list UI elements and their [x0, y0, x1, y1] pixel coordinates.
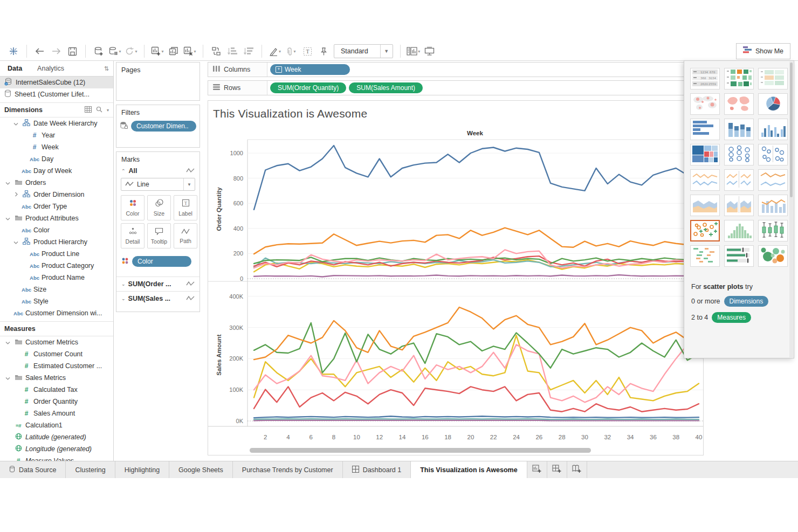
duplicate-sheet-button[interactable] [166, 44, 182, 58]
sort-fields-icon[interactable]: ⇅ [104, 65, 109, 72]
showme-discrete-area-thumbnail[interactable] [724, 195, 754, 216]
new-story-button[interactable] [567, 461, 587, 478]
field-item[interactable]: #Sales Amount [0, 407, 113, 419]
size-mark-button[interactable]: Size [147, 195, 171, 220]
marks-sum-order-section[interactable]: ⌄ SUM(Order ... [116, 277, 200, 291]
field-item[interactable]: Order Dimension [0, 189, 113, 201]
series-red-line[interactable] [254, 386, 699, 411]
chevron-down-icon[interactable]: ▾ [418, 49, 420, 54]
field-item[interactable]: Product Attributes [0, 212, 113, 224]
sheet-tab-clustering[interactable]: Clustering [66, 461, 115, 478]
mark-type-dropdown[interactable]: Line ▼ [121, 178, 195, 191]
new-data-source-button[interactable] [91, 44, 107, 58]
showme-treemap-thumbnail[interactable] [690, 144, 720, 165]
presentation-mode-button[interactable] [422, 44, 438, 58]
field-item[interactable]: AbcCustomer Dimension wi... [0, 307, 113, 319]
sheet-tab-dashboard-1[interactable]: Dashboard 1 [343, 461, 411, 478]
chart-area[interactable]: Week02004006008001000Order Quantity0K100… [208, 101, 703, 455]
rows-pill-1[interactable]: SUM(Sales Amount) [349, 82, 423, 93]
clear-sheet-button[interactable]: ▾ [182, 44, 198, 58]
chevron-down-icon[interactable] [5, 374, 10, 382]
field-item[interactable]: AbcOrder Type [0, 201, 113, 212]
chevron-down-icon[interactable] [5, 338, 10, 346]
field-item[interactable]: Product Hierarchy [0, 236, 113, 248]
showme-stacked-bars-thumbnail[interactable] [724, 119, 754, 140]
rows-shelf[interactable]: Rows SUM(Order Quantity)SUM(Sales Amount… [208, 80, 704, 95]
field-item[interactable]: #Measure Values [0, 455, 113, 461]
color-legend-pill[interactable]: Color [132, 256, 191, 267]
text-label-button[interactable]: T [299, 44, 315, 58]
series-green-line[interactable] [254, 323, 699, 373]
rows-pill-0[interactable]: SUM(Order Quantity) [270, 82, 346, 93]
showme-histogram-thumbnail[interactable] [724, 220, 754, 241]
field-item[interactable]: AbcStyle [0, 295, 113, 307]
fix-axes-button[interactable] [315, 44, 332, 58]
chevron-right-icon[interactable] [15, 191, 18, 198]
field-item[interactable]: AbcProduct Category [0, 260, 113, 272]
showme-horizontal-bars-thumbnail[interactable] [690, 119, 720, 140]
color-mark-button[interactable]: Color [121, 195, 145, 220]
chevron-down-icon[interactable] [13, 238, 18, 246]
chevron-down-icon[interactable] [13, 120, 18, 127]
series-blue-line[interactable] [254, 146, 699, 210]
undo-button[interactable] [32, 44, 48, 58]
series-blue-line[interactable] [254, 416, 699, 418]
showme-symbol-map-thumbnail[interactable] [690, 93, 720, 115]
chevron-down-icon[interactable]: ▼ [380, 45, 393, 58]
showme-discrete-lines-thumbnail[interactable] [724, 169, 754, 191]
chevron-down-icon[interactable]: ▾ [135, 49, 137, 54]
field-item[interactable]: AbcDay of Week [0, 165, 113, 177]
showme-filled-map-thumbnail[interactable] [724, 93, 754, 115]
chevron-down-icon[interactable] [5, 215, 10, 222]
tooltip-mark-button[interactable]: Tooltip [147, 223, 171, 248]
sheet-tab-this-visualization-is-awesome[interactable]: This Visualization is Awesome [411, 461, 527, 478]
chevron-down-icon[interactable] [5, 179, 10, 186]
tab-data[interactable]: Data [0, 61, 30, 76]
field-item[interactable]: #Year [0, 129, 113, 141]
sheet-tab-data-source[interactable]: Data Source [0, 461, 66, 478]
field-item[interactable]: AbcProduct Name [0, 272, 113, 284]
showme-packed-bubbles-thumbnail[interactable] [758, 245, 788, 267]
data-source-item[interactable]: InternetSalesCube (12) [0, 77, 113, 88]
path-mark-button[interactable]: Path [174, 223, 197, 248]
series-orange-line[interactable] [254, 228, 699, 254]
marks-sum-sales-section[interactable]: ⌄ SUM(Sales ... [116, 291, 200, 306]
highlight-button[interactable]: ▾ [267, 44, 283, 58]
marks-all-section[interactable]: ⌃ All [116, 164, 200, 177]
field-item[interactable]: Date Week Hierarchy [0, 118, 113, 129]
save-button[interactable] [64, 44, 80, 58]
detail-mark-button[interactable]: Detail [121, 223, 145, 248]
showme-circle-views-thumbnail[interactable] [724, 144, 754, 165]
chevron-down-icon[interactable]: ▾ [119, 49, 121, 54]
showme-highlight-table-thumbnail[interactable] [724, 68, 754, 89]
label-mark-button[interactable]: TLabel [174, 195, 197, 220]
sheet-tab-purchase-trends-by-customer[interactable]: Purchase Trends by Customer [233, 461, 343, 478]
sheet-tab-highlighting[interactable]: Highlighting [115, 461, 169, 478]
field-item[interactable]: #Customer Count [0, 348, 113, 360]
field-item[interactable]: Sales Metrics [0, 372, 113, 384]
sort-descending-button[interactable] [240, 44, 257, 58]
showme-heat-map-thumbnail[interactable] [758, 68, 788, 89]
field-item[interactable]: Orders [0, 177, 113, 189]
showme-continuous-area-thumbnail[interactable] [690, 195, 720, 216]
expand-hierarchy-icon[interactable]: + [276, 66, 282, 73]
new-worksheet-button[interactable] [527, 461, 547, 478]
showme-pie-chart-thumbnail[interactable] [758, 93, 788, 115]
field-item[interactable]: #Estimated Customer ... [0, 360, 113, 372]
showme-box-and-whisker-thumbnail[interactable] [758, 220, 788, 241]
columns-shelf[interactable]: Columns +Week [208, 62, 704, 77]
showme-gantt-thumbnail[interactable] [690, 245, 720, 267]
chevron-down-icon[interactable]: ▾ [161, 49, 163, 54]
show-me-button[interactable]: Show Me [736, 43, 790, 59]
field-item[interactable]: =#Calculation1 [0, 419, 113, 431]
series-teal-line[interactable] [254, 419, 699, 419]
new-dashboard-button[interactable] [547, 461, 567, 478]
field-item[interactable]: Longitude (generated) [0, 443, 113, 455]
field-item[interactable]: Latitude (generated) [0, 431, 113, 443]
chevron-down-icon[interactable]: ▾ [194, 49, 196, 54]
field-item[interactable]: AbcDay [0, 153, 113, 165]
showme-bullet-graph-thumbnail[interactable] [724, 245, 754, 267]
view-as-table-icon[interactable] [85, 106, 92, 114]
series-purple-line[interactable] [254, 420, 699, 421]
data-source-item[interactable]: Sheet1 (Customer Lifet... [0, 88, 113, 100]
